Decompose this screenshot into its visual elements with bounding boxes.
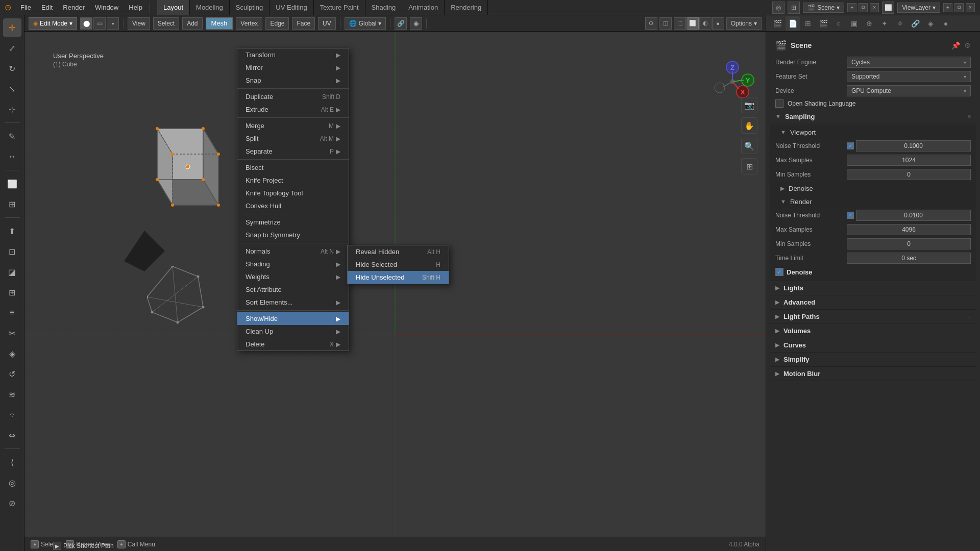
wireframe-shading-btn[interactable]: ⬚ — [674, 17, 686, 30]
mesh-merge[interactable]: Merge M▶ — [237, 119, 349, 132]
reveal-hidden[interactable]: Reveal Hidden Alt H — [348, 245, 449, 258]
sidebar-randomize[interactable]: ⁘ — [3, 406, 21, 424]
mesh-menu-btn[interactable]: Mesh — [206, 17, 233, 30]
scene-props-icon[interactable]: 🎬 — [816, 16, 830, 31]
sidebar-rotate[interactable]: ↻ — [3, 59, 21, 78]
viewport-minsamples-value[interactable]: 0 — [847, 169, 971, 180]
mesh-normals[interactable]: Normals Alt N▶ — [237, 245, 349, 258]
tab-sculpting[interactable]: Sculpting — [230, 0, 270, 15]
data-props-icon[interactable]: ◈ — [923, 16, 938, 31]
viewport-zoom-btn[interactable]: 🔍 — [741, 138, 757, 154]
sampling-menu[interactable]: ≡ — [968, 113, 971, 119]
render-denoise-checkbox[interactable]: ✓ — [775, 268, 783, 276]
face-select-btn[interactable]: ▪ — [107, 17, 119, 30]
sidebar-inset[interactable]: ⊡ — [3, 242, 21, 261]
physics-props-icon[interactable]: ⚛ — [893, 16, 907, 31]
tab-modeling[interactable]: Modeling — [190, 0, 230, 15]
sidebar-to-sphere[interactable]: ◎ — [3, 473, 21, 492]
volumes-section[interactable]: ▶ Volumes — [770, 324, 976, 338]
mesh-delete[interactable]: Delete X▶ — [237, 338, 349, 350]
device-value[interactable]: GPU Compute ▾ — [847, 85, 971, 96]
menu-help[interactable]: Help — [124, 0, 148, 15]
tab-shading[interactable]: Shading — [365, 0, 403, 15]
vertex-select-btn[interactable]: ⬤ — [80, 17, 92, 30]
sidebar-edge-slide[interactable]: ⇔ — [3, 426, 21, 444]
advanced-section[interactable]: ▶ Advanced — [770, 295, 976, 310]
render-denoise-label[interactable]: Denoise — [787, 268, 813, 276]
menu-render[interactable]: Render — [58, 0, 90, 15]
render-noise-value[interactable]: 0.0100 — [856, 210, 971, 221]
sidebar-annotate[interactable]: ✎ — [3, 127, 21, 145]
render-shading-btn[interactable]: ● — [712, 17, 724, 30]
sidebar-add-object[interactable]: ⊞ — [3, 195, 21, 213]
tab-layout[interactable]: Layout — [157, 0, 190, 15]
object-props-icon[interactable]: ▣ — [847, 16, 861, 31]
viewport[interactable]: ◈ Edit Mode ▾ ⬤ ▭ ▪ View Select Add Mesh… — [24, 15, 766, 551]
sidebar-extrude[interactable]: ⬆ — [3, 222, 21, 240]
snap-magnet-btn[interactable]: 🔗 — [395, 17, 407, 30]
tab-uv-editing[interactable]: UV Editing — [270, 0, 313, 15]
viewport-grid-btn[interactable]: ⊞ — [741, 158, 757, 174]
panel-settings-icon[interactable]: ⚙ — [964, 41, 971, 49]
constraints-props-icon[interactable]: 🔗 — [908, 16, 922, 31]
menu-edit[interactable]: Edit — [36, 0, 58, 15]
transform-orientation-btn[interactable]: 🌐 Global ▾ — [345, 17, 386, 30]
mesh-show-hide[interactable]: Show/Hide ▶ — [237, 312, 349, 325]
viewlayer-delete-icon[interactable]: × — [966, 3, 975, 12]
edge-select-btn[interactable]: ▭ — [93, 17, 106, 30]
edit-mode-selector[interactable]: ◈ Edit Mode ▾ — [29, 17, 77, 30]
particles-props-icon[interactable]: ✦ — [877, 16, 892, 31]
viewport-3d[interactable]: User Perspective (1) Cube — [24, 32, 766, 537]
tab-texture-paint[interactable]: Texture Paint — [314, 0, 365, 15]
lights-section[interactable]: ▶ Lights — [770, 281, 976, 295]
hide-selected[interactable]: Hide Selected H — [348, 258, 449, 271]
viewlayer-selector[interactable]: ViewLayer ▾ — [897, 3, 940, 13]
material-props-icon[interactable]: ● — [939, 16, 953, 31]
sidebar-spin[interactable]: ↺ — [3, 365, 21, 383]
sidebar-cursor[interactable]: ✛ — [3, 18, 21, 37]
mesh-weights[interactable]: Weights ▶ — [237, 270, 349, 283]
scene-selector[interactable]: 🎬 Scene ▾ — [803, 3, 844, 13]
modifier-props-icon[interactable]: ⊕ — [862, 16, 876, 31]
render-maxsamples-value[interactable]: 4096 — [847, 224, 971, 235]
mesh-shading[interactable]: Shading ▶ — [237, 258, 349, 270]
mesh-snap[interactable]: Snap ▶ — [237, 74, 349, 87]
view-layer-props-icon[interactable]: ⊞ — [801, 16, 815, 31]
sidebar-move[interactable]: ⤢ — [3, 39, 21, 57]
render-subheader[interactable]: ▼ Render — [770, 195, 976, 208]
render-noise-checkbox[interactable]: ✓ — [847, 212, 854, 219]
tab-rendering[interactable]: Rendering — [445, 0, 488, 15]
mesh-clean-up[interactable]: Clean Up ▶ — [237, 325, 349, 338]
mesh-symmetrize[interactable]: Symmetrize — [237, 216, 349, 229]
menu-window[interactable]: Window — [90, 0, 124, 15]
select-menu-btn[interactable]: Select — [153, 17, 179, 30]
mesh-set-attribute[interactable]: Set Attribute — [237, 283, 349, 296]
sidebar-smooth[interactable]: ≋ — [3, 385, 21, 404]
sidebar-scale[interactable]: ⤡ — [3, 80, 21, 98]
sidebar-knife[interactable]: ✂ — [3, 324, 21, 342]
mesh-extrude[interactable]: Extrude Alt E▶ — [237, 103, 349, 116]
feature-set-value[interactable]: Supported ▾ — [847, 71, 971, 82]
compositor-icon[interactable]: ⊞ — [788, 2, 800, 14]
mesh-duplicate[interactable]: Duplicate Shift D — [237, 90, 349, 103]
solid-shading-btn[interactable]: ⬜ — [687, 17, 699, 30]
view-menu-btn[interactable]: View — [128, 17, 150, 30]
viewlayer-copy-icon[interactable]: ⧉ — [954, 3, 964, 12]
mesh-mirror[interactable]: Mirror ▶ — [237, 61, 349, 74]
mesh-knife-topology[interactable]: Knife Topology Tool — [237, 187, 349, 199]
sidebar-transform[interactable]: ⊹ — [3, 100, 21, 118]
render-icon[interactable]: ◎ — [772, 2, 785, 14]
mesh-sort-elements[interactable]: Sort Elements... ▶ — [237, 296, 349, 309]
mesh-knife-project[interactable]: Knife Project — [237, 174, 349, 187]
sidebar-offset-edge[interactable]: ≡ — [3, 304, 21, 322]
sidebar-measure[interactable]: ↔ — [3, 147, 21, 166]
sidebar-loop-cut[interactable]: ⊞ — [3, 283, 21, 302]
scene-pin[interactable]: 📌 — [951, 41, 960, 49]
scene-new-icon[interactable]: + — [847, 3, 856, 12]
simplify-section[interactable]: ▶ Simplify — [770, 353, 976, 367]
curves-section[interactable]: ▶ Curves — [770, 338, 976, 353]
mesh-separate[interactable]: Separate P▶ — [237, 145, 349, 158]
scene-copy-icon[interactable]: ⧉ — [859, 3, 868, 12]
viewport-noise-value[interactable]: 0.1000 — [856, 140, 971, 152]
mesh-convex-hull[interactable]: Convex Hull — [237, 199, 349, 212]
